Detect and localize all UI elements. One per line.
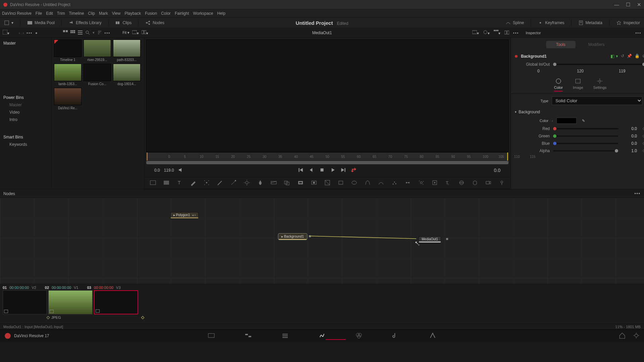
inspector-tab-modifiers[interactable]: Modifiers bbox=[578, 41, 615, 48]
smart-bins-label[interactable]: Smart Bins bbox=[0, 133, 52, 141]
menu-clip[interactable]: Clip bbox=[88, 11, 95, 16]
view-list-icon[interactable] bbox=[78, 30, 83, 36]
master-bin[interactable]: Master bbox=[0, 40, 52, 47]
play-icon[interactable] bbox=[330, 167, 336, 174]
menu-davinciresolve[interactable]: DaVinci Resolve bbox=[2, 11, 32, 16]
media-thumb[interactable]: DaVinci Re... bbox=[54, 88, 82, 110]
loop-icon[interactable] bbox=[351, 167, 357, 174]
zoom-fit-dropdown[interactable]: Fit ▾ bbox=[122, 31, 129, 35]
tool-rect-icon[interactable] bbox=[337, 179, 344, 187]
go-first-icon[interactable] bbox=[298, 167, 304, 174]
channel-keyframe[interactable] bbox=[642, 141, 644, 145]
clip-thumb-3[interactable] bbox=[94, 290, 138, 314]
search-icon[interactable] bbox=[85, 30, 90, 36]
background-section-header[interactable]: Background bbox=[511, 108, 644, 116]
menu-playback[interactable]: Playback bbox=[124, 11, 141, 16]
tool-mattectl-icon[interactable] bbox=[297, 179, 304, 187]
nodes-more-icon[interactable]: ••• bbox=[634, 191, 641, 196]
menu-color[interactable]: Color bbox=[161, 11, 171, 16]
tool-chankey-icon[interactable] bbox=[431, 179, 438, 187]
power-bins-label[interactable]: Power Bins bbox=[0, 94, 52, 101]
view-grid-icon[interactable] bbox=[70, 30, 75, 36]
menu-file[interactable]: File bbox=[36, 11, 42, 16]
menu-help[interactable]: Help bbox=[217, 11, 225, 16]
inspector-cat-settings[interactable]: Settings bbox=[593, 78, 607, 92]
keyframes-button[interactable]: Keyframes bbox=[538, 20, 564, 25]
media-thumb[interactable]: path-83203... bbox=[113, 40, 141, 62]
channel-slider-green[interactable] bbox=[553, 135, 618, 137]
window-close-icon[interactable]: ✕ bbox=[637, 2, 641, 8]
page-media-icon[interactable] bbox=[208, 332, 215, 340]
node-background[interactable]: ▸ Background1 bbox=[278, 234, 307, 240]
viewer-split1-icon[interactable]: ▾ bbox=[132, 30, 139, 36]
tool-text-icon[interactable]: T bbox=[176, 179, 183, 187]
page-fusion-icon[interactable] bbox=[318, 332, 326, 340]
tool-wand-icon[interactable] bbox=[230, 179, 237, 187]
menu-trim[interactable]: Trim bbox=[57, 11, 65, 16]
tool-paint-icon[interactable] bbox=[190, 179, 197, 187]
viewer-opt-a-icon[interactable]: ▾ bbox=[472, 30, 479, 36]
tool-text3d-icon[interactable]: T3 bbox=[445, 179, 451, 187]
powerbin-intro[interactable]: Intro bbox=[0, 116, 52, 123]
tool-chroma-icon[interactable] bbox=[311, 179, 317, 187]
menu-fairlight[interactable]: Fairlight bbox=[175, 11, 189, 16]
path-ellipsis[interactable]: ••• bbox=[26, 31, 33, 35]
global-range-slider[interactable] bbox=[553, 64, 644, 65]
menu-workspace[interactable]: Workspace bbox=[193, 11, 213, 16]
range-slider[interactable] bbox=[146, 161, 508, 164]
clip-thumb-1[interactable] bbox=[3, 290, 47, 314]
clips-button[interactable]: Clips bbox=[115, 20, 132, 25]
tool-fastnoise-icon[interactable] bbox=[163, 179, 170, 187]
tool-cube-icon[interactable] bbox=[472, 179, 478, 187]
eyedropper-icon[interactable]: ✎ bbox=[582, 119, 585, 123]
page-color-icon[interactable] bbox=[355, 332, 363, 340]
powerbin-video[interactable]: Video bbox=[0, 109, 52, 116]
node-lock-icon[interactable]: 🔒 bbox=[635, 54, 640, 59]
tool-particle-icon[interactable] bbox=[391, 179, 398, 187]
window-maximize-icon[interactable]: ☐ bbox=[626, 2, 630, 8]
spline-button[interactable]: Spline bbox=[505, 20, 524, 25]
tool-mask-pen-icon[interactable] bbox=[217, 179, 223, 187]
sort-icon[interactable] bbox=[97, 30, 102, 36]
node-versions-icon[interactable]: ◧ ▾ bbox=[610, 54, 618, 59]
range-in[interactable]: 0 bbox=[518, 69, 559, 73]
go-last-icon[interactable] bbox=[340, 167, 346, 174]
more-options-icon[interactable]: ••• bbox=[105, 31, 111, 35]
color-swatch[interactable] bbox=[556, 118, 577, 124]
smartbin-keywords[interactable]: Keywords bbox=[0, 141, 52, 148]
panel-dropdown-button[interactable]: ▾ bbox=[4, 20, 13, 25]
metadata-button[interactable]: Metadata bbox=[578, 20, 602, 25]
tool-pemitter-icon[interactable] bbox=[418, 179, 425, 187]
media-thumb[interactable]: lamb-1353... bbox=[54, 64, 82, 86]
range-out[interactable]: 119 bbox=[601, 69, 643, 73]
channel-keyframe[interactable] bbox=[642, 134, 644, 138]
channel-slider-red[interactable] bbox=[553, 128, 618, 129]
inspector-more-icon[interactable]: ••• bbox=[635, 31, 641, 35]
viewer-more-icon[interactable]: ••• bbox=[513, 31, 519, 35]
inspector-button[interactable]: Inspector bbox=[616, 20, 640, 25]
viewer-opt-b-icon[interactable]: ▾ bbox=[483, 30, 490, 36]
menu-fusion[interactable]: Fusion bbox=[145, 11, 157, 16]
tool-bspline-icon[interactable] bbox=[378, 179, 384, 187]
powerbin-master[interactable]: Master bbox=[0, 101, 52, 109]
time-ruler[interactable]: 0510152025303540455055606570758085909510… bbox=[146, 152, 508, 161]
node-graph-canvas[interactable]: ▸ Polygon1 ◂ ▪ ▸ Background1 MediaOut1 ↖… bbox=[0, 198, 644, 284]
record-dot-icon[interactable]: ● bbox=[35, 31, 38, 35]
tool-colcorr-icon[interactable] bbox=[270, 179, 277, 187]
inspector-cat-color[interactable]: Color bbox=[554, 78, 563, 92]
tool-polygon-icon[interactable] bbox=[364, 179, 371, 187]
menu-edit[interactable]: Edit bbox=[46, 11, 53, 16]
page-fairlight-icon[interactable] bbox=[392, 332, 399, 340]
step-back-icon[interactable] bbox=[308, 167, 314, 174]
view-tile-icon[interactable] bbox=[63, 30, 68, 36]
channel-slider-blue[interactable] bbox=[553, 143, 618, 144]
tool-brightness-icon[interactable] bbox=[244, 179, 250, 187]
menu-mark[interactable]: Mark bbox=[99, 11, 108, 16]
page-edit-icon[interactable] bbox=[281, 332, 289, 340]
tool-blur-icon[interactable] bbox=[257, 179, 264, 187]
tool-merge-icon[interactable] bbox=[284, 179, 290, 187]
media-pool-button[interactable]: Media Pool bbox=[27, 20, 55, 25]
window-minimize-icon[interactable]: — bbox=[614, 2, 619, 8]
effects-library-button[interactable]: Effects Library bbox=[68, 20, 101, 25]
tool-resize-icon[interactable] bbox=[324, 179, 331, 187]
